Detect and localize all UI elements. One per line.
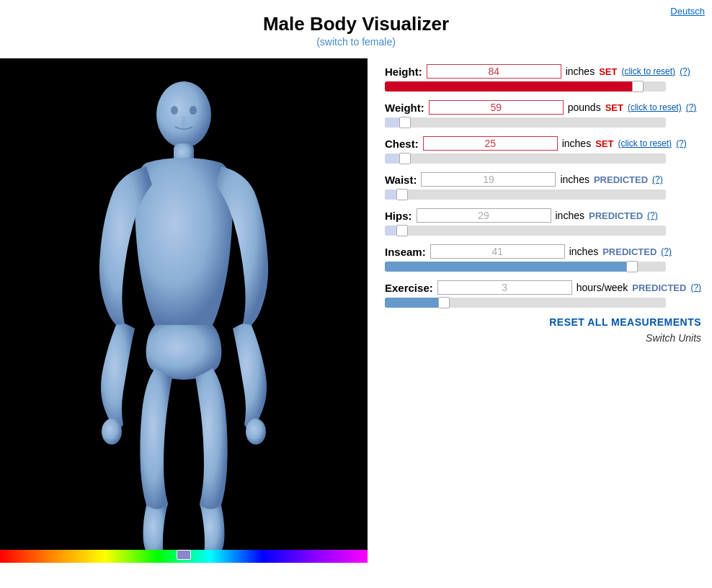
weight-slider-thumb[interactable] — [399, 117, 411, 128]
inseam-control: Inseam: inches PREDICTED (?) — [385, 244, 701, 272]
exercise-slider-fill — [385, 298, 441, 308]
hips-help-link[interactable]: (?) — [647, 210, 658, 220]
height-slider-fill — [385, 81, 638, 92]
weight-control: Weight: pounds SET (click to reset) (?) — [385, 100, 701, 128]
hips-control: Hips: inches PREDICTED (?) — [385, 208, 701, 236]
chest-slider-thumb[interactable] — [399, 153, 411, 164]
weight-help-link[interactable]: (?) — [686, 102, 697, 112]
page-header: Male Body Visualizer (switch to female) — [0, 0, 712, 53]
inseam-label: Inseam: — [385, 246, 426, 258]
hips-slider-track[interactable] — [385, 226, 666, 236]
height-input[interactable] — [427, 64, 561, 79]
svg-point-3 — [246, 419, 266, 445]
waist-predicted-label: PREDICTED — [594, 174, 648, 185]
reset-all-button[interactable]: RESET ALL MEASUREMENTS — [385, 316, 701, 328]
height-unit: inches — [566, 66, 595, 77]
waist-slider-thumb[interactable] — [396, 189, 408, 200]
weight-unit: pounds — [568, 102, 601, 113]
hips-slider-fill — [385, 226, 396, 236]
weight-slider-track[interactable] — [385, 117, 666, 128]
chest-reset-link[interactable]: (click to reset) — [618, 138, 672, 148]
weight-reset-link[interactable]: (click to reset) — [628, 102, 682, 112]
height-slider-thumb[interactable] — [632, 81, 644, 92]
model-canvas — [0, 58, 368, 563]
exercise-input[interactable] — [437, 280, 572, 295]
inseam-predicted-label: PREDICTED — [602, 246, 657, 257]
chest-control: Chest: inches SET (click to reset) (?) — [385, 136, 701, 164]
exercise-help-link[interactable]: (?) — [690, 282, 701, 293]
hips-slider-thumb[interactable] — [396, 225, 408, 236]
exercise-label: Exercise: — [385, 282, 433, 294]
waist-slider-track[interactable] — [385, 190, 666, 200]
waist-control: Waist: inches PREDICTED (?) — [385, 172, 701, 200]
svg-point-7 — [190, 106, 197, 115]
exercise-slider-track[interactable] — [385, 298, 666, 308]
chest-slider-fill — [385, 153, 399, 164]
exercise-slider-thumb[interactable] — [438, 297, 450, 308]
waist-slider-fill — [385, 190, 396, 200]
height-slider-track[interactable] — [385, 81, 666, 92]
waist-unit: inches — [560, 174, 589, 185]
svg-point-2 — [102, 419, 122, 445]
language-link[interactable]: Deutsch — [670, 6, 705, 17]
weight-label: Weight: — [385, 102, 424, 114]
inseam-slider-track[interactable] — [385, 262, 666, 272]
hips-label: Hips: — [385, 210, 412, 222]
exercise-predicted-label: PREDICTED — [632, 282, 686, 293]
chest-input[interactable] — [423, 136, 558, 151]
model-panel — [0, 58, 368, 563]
hips-predicted-label: PREDICTED — [589, 210, 643, 221]
svg-point-6 — [171, 106, 178, 115]
weight-slider-fill — [385, 117, 399, 128]
chest-label: Chest: — [385, 138, 419, 150]
waist-input[interactable] — [421, 172, 556, 187]
waist-help-link[interactable]: (?) — [652, 174, 663, 184]
height-set-label: SET — [599, 66, 617, 77]
svg-point-0 — [156, 81, 211, 148]
exercise-control: Exercise: hours/week PREDICTED (?) — [385, 280, 701, 308]
body-figure — [0, 58, 368, 563]
height-label: Height: — [385, 66, 422, 78]
switch-gender-link[interactable]: (switch to female) — [316, 36, 396, 48]
height-control: Height: inches SET (click to reset) (?) — [385, 64, 701, 92]
chest-set-label: SET — [595, 138, 613, 149]
inseam-help-link[interactable]: (?) — [661, 246, 672, 257]
chest-unit: inches — [562, 138, 591, 149]
height-help-link[interactable]: (?) — [680, 66, 690, 76]
page-title: Male Body Visualizer — [0, 13, 712, 35]
waist-label: Waist: — [385, 174, 417, 186]
inseam-unit: inches — [569, 246, 598, 257]
chest-slider-track[interactable] — [385, 153, 666, 164]
inseam-slider-fill — [385, 262, 632, 272]
inseam-input[interactable] — [430, 244, 565, 259]
color-slider-thumb[interactable] — [177, 550, 191, 560]
hips-input[interactable] — [417, 208, 551, 223]
controls-panel: Height: inches SET (click to reset) (?) … — [368, 58, 712, 349]
main-layout: Height: inches SET (click to reset) (?) … — [0, 53, 712, 569]
exercise-unit: hours/week — [577, 282, 628, 293]
weight-set-label: SET — [605, 102, 623, 113]
switch-units-button[interactable]: Switch Units — [385, 332, 701, 344]
weight-input[interactable] — [429, 100, 564, 115]
hips-unit: inches — [556, 210, 584, 221]
chest-help-link[interactable]: (?) — [676, 138, 687, 148]
height-reset-link[interactable]: (click to reset) — [621, 66, 675, 76]
inseam-slider-thumb[interactable] — [626, 261, 638, 272]
